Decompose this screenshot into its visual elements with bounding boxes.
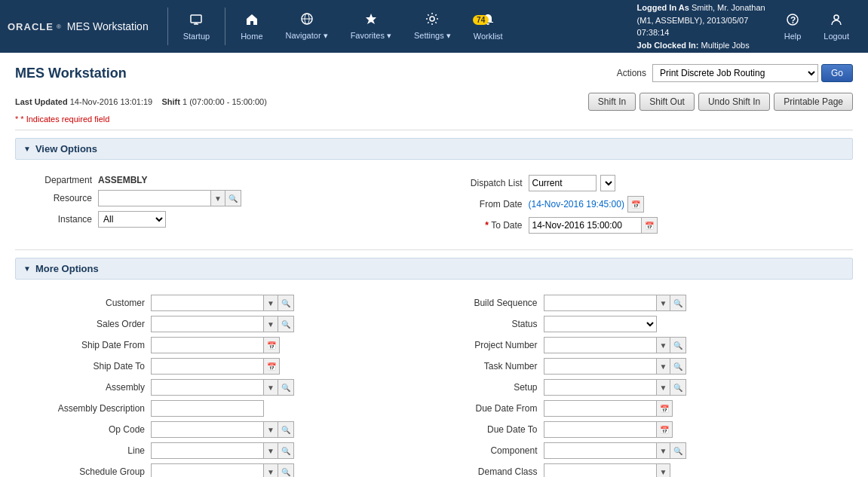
setup-input[interactable] <box>544 379 657 396</box>
project-number-input[interactable] <box>544 337 657 353</box>
nav-item-startup[interactable]: Startup <box>172 9 221 44</box>
nav-item-logout[interactable]: Logout <box>812 9 860 44</box>
due-date-to-label: Due Date To <box>446 424 544 435</box>
project-number-search-icon[interactable]: 🔍 <box>670 337 686 353</box>
project-number-row: Project Number ▼ 🔍 <box>446 337 839 353</box>
sales-order-search-icon[interactable]: 🔍 <box>278 316 294 332</box>
dispatch-list-select[interactable]: ▾ <box>600 175 615 191</box>
ship-date-from-input[interactable] <box>151 337 264 353</box>
status-select[interactable] <box>544 316 657 332</box>
printable-page-button[interactable]: Printable Page <box>774 93 853 111</box>
top-navigation: ORACLE ® MES Workstation Startup <box>0 0 868 53</box>
to-date-label: * * To DateTo Date <box>446 220 529 231</box>
logged-in-as-label: Logged In As <box>637 3 689 12</box>
demand-class-input[interactable] <box>544 463 657 477</box>
customer-row: Customer ▼ 🔍 <box>30 295 423 311</box>
setup-search-icon[interactable]: 🔍 <box>670 379 686 396</box>
customer-input[interactable] <box>151 295 264 311</box>
line-down-icon[interactable]: ▼ <box>264 442 278 459</box>
assembly-input[interactable] <box>151 379 264 396</box>
nav-item-favorites[interactable]: Favorites ▾ <box>339 8 403 44</box>
svg-text:?: ? <box>790 15 796 26</box>
op-code-down-icon[interactable]: ▼ <box>264 421 278 438</box>
component-down-icon[interactable]: ▼ <box>657 442 671 459</box>
schedule-group-input-group: ▼ 🔍 <box>151 463 294 477</box>
task-number-input[interactable] <box>544 358 657 375</box>
actions-go-button[interactable]: Go <box>821 64 853 82</box>
nav-item-settings[interactable]: Settings ▾ <box>403 8 462 44</box>
assembly-down-icon[interactable]: ▼ <box>264 379 278 396</box>
sales-order-input[interactable] <box>151 316 264 332</box>
actions-select[interactable]: Print Discrete Job Routing <box>652 64 818 82</box>
build-sequence-search-icon[interactable]: 🔍 <box>670 295 686 311</box>
navigator-label: Navigator ▾ <box>286 31 328 41</box>
component-search-icon[interactable]: 🔍 <box>670 442 686 459</box>
nav-item-home[interactable]: Home <box>229 9 274 44</box>
customer-input-group: ▼ 🔍 <box>151 295 294 311</box>
resource-down-icon[interactable]: ▼ <box>211 190 225 206</box>
more-options-arrow: ▼ <box>23 264 31 273</box>
dispatch-list-input[interactable] <box>529 175 597 191</box>
to-date-input-group: 📅 <box>529 217 658 234</box>
assembly-description-input[interactable] <box>151 400 264 417</box>
resource-search-icon[interactable]: 🔍 <box>225 190 241 206</box>
last-updated-label: Last Updated <box>15 97 68 106</box>
more-options-left-col: Customer ▼ 🔍 Sales Order ▼ 🔍 <box>30 295 423 477</box>
to-date-input[interactable] <box>529 217 642 234</box>
component-input[interactable] <box>544 442 657 459</box>
shift-value: 1 (07:00:00 - 15:00:00) <box>182 97 267 106</box>
demand-class-down-icon[interactable]: ▼ <box>657 463 671 477</box>
build-sequence-input[interactable] <box>544 295 657 311</box>
resource-input[interactable] <box>98 190 211 206</box>
shift-out-button[interactable]: Shift Out <box>639 93 695 111</box>
op-code-input[interactable] <box>151 421 264 438</box>
component-label: Component <box>446 445 544 456</box>
logout-icon <box>830 13 843 30</box>
schedule-group-search-icon[interactable]: 🔍 <box>278 463 294 477</box>
instance-select[interactable]: All Specific <box>98 211 166 228</box>
nav-item-worklist[interactable]: 74 Worklist <box>462 9 514 44</box>
job-clocked-value: Multiple Jobs <box>701 41 750 50</box>
more-options-header[interactable]: ▼ More Options <box>15 258 853 280</box>
dispatch-list-row: Dispatch List ▾ <box>446 175 839 191</box>
ship-date-to-calendar-icon[interactable]: 📅 <box>264 358 280 375</box>
customer-search-icon[interactable]: 🔍 <box>278 295 294 311</box>
schedule-group-input[interactable] <box>151 463 264 477</box>
shift-in-button[interactable]: Shift In <box>588 93 636 111</box>
setup-down-icon[interactable]: ▼ <box>657 379 671 396</box>
line-label: Line <box>30 445 151 456</box>
line-input[interactable] <box>151 442 264 459</box>
schedule-group-down-icon[interactable]: ▼ <box>264 463 278 477</box>
build-sequence-down-icon[interactable]: ▼ <box>657 295 671 311</box>
view-options-header[interactable]: ▼ View Options <box>15 138 853 160</box>
undo-shift-in-button[interactable]: Undo Shift In <box>698 93 770 111</box>
ship-date-to-input[interactable] <box>151 358 264 375</box>
setup-input-group: ▼ 🔍 <box>544 379 687 396</box>
nav-item-navigator[interactable]: Navigator ▾ <box>275 8 339 44</box>
op-code-search-icon[interactable]: 🔍 <box>278 421 294 438</box>
task-number-search-icon[interactable]: 🔍 <box>670 358 686 375</box>
line-search-icon[interactable]: 🔍 <box>278 442 294 459</box>
sales-order-down-icon[interactable]: ▼ <box>264 316 278 332</box>
task-number-down-icon[interactable]: ▼ <box>657 358 671 375</box>
due-date-to-input[interactable] <box>544 421 657 438</box>
from-date-calendar-icon[interactable]: 📅 <box>627 196 644 213</box>
due-date-to-calendar-icon[interactable]: 📅 <box>657 421 673 438</box>
due-date-from-input[interactable] <box>544 400 657 417</box>
assembly-search-icon[interactable]: 🔍 <box>278 379 294 396</box>
more-options-right-col: Build Sequence ▼ 🔍 Status Proje <box>446 295 839 477</box>
project-number-down-icon[interactable]: ▼ <box>657 337 671 353</box>
op-code-label: Op Code <box>30 424 151 435</box>
more-options-form: Customer ▼ 🔍 Sales Order ▼ 🔍 <box>15 287 853 477</box>
due-date-from-input-group: 📅 <box>544 400 673 417</box>
nav-item-help[interactable]: ? Help <box>773 9 813 44</box>
sales-order-input-group: ▼ 🔍 <box>151 316 294 332</box>
user-info-panel: Logged In As Smith, Mr. Jonathan (M1, AS… <box>630 0 773 55</box>
to-date-calendar-icon[interactable]: 📅 <box>642 217 658 234</box>
due-date-from-calendar-icon[interactable]: 📅 <box>657 400 673 417</box>
user-time: 07:38:14 <box>637 26 765 39</box>
customer-down-icon[interactable]: ▼ <box>264 295 278 311</box>
from-date-row: From Date (14-Nov-2016 19:45:00) 📅 <box>446 196 839 213</box>
ship-date-from-calendar-icon[interactable]: 📅 <box>264 337 280 353</box>
actions-bar: Actions Print Discrete Job Routing Go <box>617 64 853 82</box>
